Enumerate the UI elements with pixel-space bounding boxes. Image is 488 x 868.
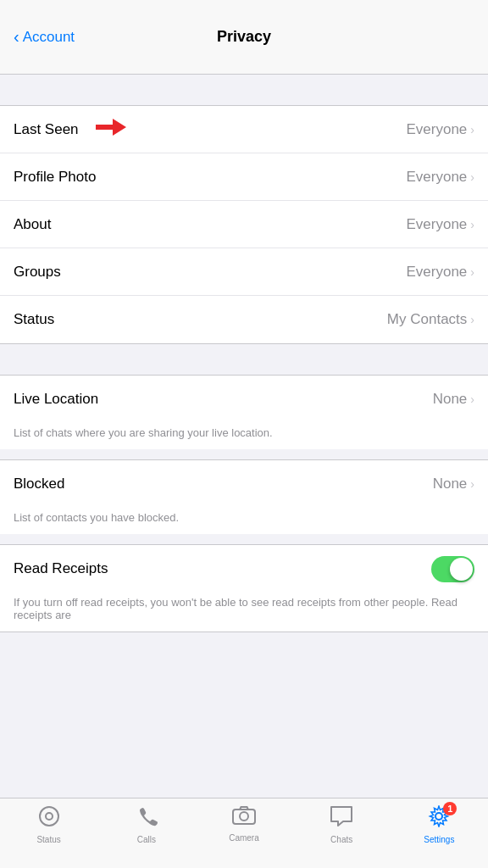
svg-point-5 [435, 813, 442, 820]
about-row[interactable]: About Everyone › [0, 201, 488, 248]
back-chevron-icon: ‹ [14, 27, 19, 47]
svg-marker-0 [96, 119, 126, 136]
mid-spacer-1 [0, 344, 488, 375]
mid-spacer-3 [0, 534, 488, 544]
about-label: About [14, 216, 51, 233]
tab-chats[interactable]: Chats [316, 805, 367, 844]
chevron-right-icon: › [470, 218, 474, 231]
navigation-bar: ‹ Account Privacy [0, 0, 488, 75]
svg-point-4 [240, 812, 248, 821]
tab-bar: Status Calls Camera Chats [0, 798, 488, 868]
read-receipts-row[interactable]: Read Receipts [0, 545, 488, 593]
calls-tab-icon [136, 805, 158, 832]
read-receipts-description: If you turn off read receipts, you won't… [0, 593, 488, 632]
read-receipts-toggle[interactable] [431, 556, 474, 582]
chevron-right-icon: › [470, 170, 474, 184]
chevron-right-icon: › [470, 265, 474, 279]
camera-tab-label: Camera [229, 833, 259, 843]
status-row[interactable]: Status My Contacts › [0, 296, 488, 343]
status-value-row: My Contacts › [387, 311, 474, 328]
tab-settings[interactable]: 1 Settings [413, 805, 464, 844]
live-location-label: Live Location [14, 391, 98, 408]
chevron-right-icon: › [470, 392, 474, 406]
tab-camera[interactable]: Camera [219, 805, 269, 843]
chats-tab-icon [330, 805, 353, 832]
about-value: Everyone [407, 216, 468, 233]
profile-photo-value-row: Everyone › [407, 169, 475, 186]
blocked-description: List of contacts you have blocked. [0, 508, 488, 534]
settings-tab-badge-container: 1 [428, 805, 450, 832]
blocked-value: None [433, 476, 468, 492]
settings-tab-label: Settings [424, 835, 454, 844]
svg-point-1 [40, 807, 58, 826]
about-value-row: Everyone › [407, 216, 475, 233]
last-seen-value-row: Everyone › [407, 121, 475, 138]
content-area: Last Seen Everyone › Profile Photo Every… [0, 75, 488, 703]
blocked-row[interactable]: Blocked None › [0, 460, 488, 508]
groups-label: Groups [14, 264, 61, 281]
tab-calls[interactable]: Calls [121, 805, 172, 844]
last-seen-label-group: Last Seen [14, 119, 126, 140]
camera-tab-icon [232, 805, 256, 831]
read-receipts-section: Read Receipts If you turn off read recei… [0, 544, 488, 632]
live-location-section: Live Location None › List of chats where… [0, 375, 488, 449]
status-value: My Contacts [387, 311, 467, 328]
profile-photo-row[interactable]: Profile Photo Everyone › [0, 153, 488, 201]
settings-badge: 1 [443, 802, 457, 815]
page-title: Privacy [217, 28, 271, 46]
last-seen-row[interactable]: Last Seen Everyone › [0, 106, 488, 153]
profile-photo-value: Everyone [407, 169, 468, 186]
live-location-value: None [433, 391, 468, 408]
read-receipts-label: Read Receipts [14, 560, 108, 577]
chevron-right-icon: › [470, 123, 474, 136]
groups-value: Everyone [407, 264, 468, 281]
profile-photo-label: Profile Photo [14, 169, 96, 186]
chevron-right-icon: › [470, 477, 474, 491]
read-receipts-toggle-container [431, 556, 474, 582]
live-location-row[interactable]: Live Location None › [0, 376, 488, 423]
blocked-value-row: None › [433, 476, 474, 492]
live-location-description: List of chats where you are sharing your… [0, 423, 488, 449]
status-label: Status [14, 311, 54, 328]
mid-spacer-2 [0, 449, 488, 459]
chats-tab-label: Chats [330, 835, 352, 844]
svg-point-2 [46, 813, 53, 820]
privacy-list-group: Last Seen Everyone › Profile Photo Every… [0, 105, 488, 344]
red-arrow-indicator [96, 119, 126, 140]
groups-row[interactable]: Groups Everyone › [0, 248, 488, 296]
last-seen-label: Last Seen [14, 121, 79, 138]
chevron-right-icon: › [470, 313, 474, 326]
blocked-label: Blocked [14, 476, 64, 492]
last-seen-value: Everyone [407, 121, 468, 138]
status-tab-label: Status [36, 835, 60, 844]
groups-value-row: Everyone › [407, 264, 475, 281]
status-tab-icon [38, 805, 60, 832]
back-button[interactable]: ‹ Account [14, 27, 75, 47]
live-location-value-row: None › [433, 391, 474, 408]
tab-status[interactable]: Status [24, 805, 75, 844]
top-spacer [0, 75, 488, 105]
blocked-section: Blocked None › List of contacts you have… [0, 459, 488, 534]
calls-tab-label: Calls [137, 835, 156, 844]
toggle-knob [450, 558, 473, 581]
back-label: Account [23, 29, 75, 46]
